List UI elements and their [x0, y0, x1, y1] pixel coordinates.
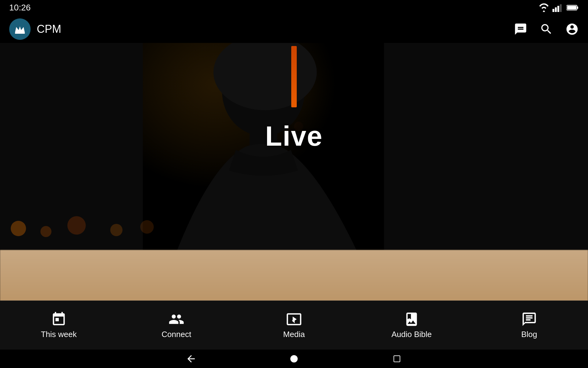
hero-banner[interactable]: Live [0, 43, 588, 250]
account-icon[interactable] [565, 22, 579, 36]
status-bar: 10:26 [0, 0, 588, 15]
nav-label-connect: Connect [162, 330, 191, 339]
svg-rect-5 [577, 6, 578, 9]
svg-rect-0 [552, 9, 554, 12]
bokeh-lights [0, 210, 184, 241]
chat-icon[interactable] [514, 22, 527, 36]
signal-icon [552, 3, 564, 12]
app-bar-left: CPM [9, 18, 61, 40]
svg-point-12 [11, 221, 26, 236]
media-icon [286, 311, 302, 327]
app-title: CPM [37, 23, 61, 36]
system-nav [0, 350, 588, 368]
status-icons [538, 3, 579, 12]
home-circle [290, 355, 298, 362]
nav-label-audio-bible: Audio Bible [391, 330, 432, 339]
nav-item-blog[interactable]: Blog [502, 311, 557, 339]
calendar-icon [51, 311, 67, 327]
svg-point-16 [140, 220, 154, 234]
nav-item-this-week[interactable]: This week [31, 311, 86, 339]
bottom-nav: This week Connect Media Audio Bible Blog [0, 301, 588, 350]
nav-item-media[interactable]: Media [266, 311, 322, 339]
svg-point-14 [67, 216, 86, 235]
status-time: 10:26 [9, 3, 31, 13]
svg-rect-6 [567, 6, 576, 10]
blog-icon [521, 311, 537, 327]
search-icon[interactable] [540, 22, 553, 36]
crown-icon [14, 23, 26, 35]
wifi-icon [538, 3, 549, 12]
main-content: Live [0, 43, 588, 319]
nav-item-connect[interactable]: Connect [149, 311, 204, 339]
nav-item-audio-bible[interactable]: Audio Bible [384, 311, 439, 339]
live-label: Live [265, 120, 323, 152]
svg-rect-2 [557, 6, 559, 12]
app-logo[interactable] [9, 18, 31, 40]
connect-icon [168, 311, 184, 327]
nav-label-this-week: This week [41, 330, 77, 339]
app-bar: CPM [0, 15, 588, 43]
recents-square [394, 355, 400, 362]
svg-rect-3 [560, 4, 562, 12]
nav-label-media: Media [283, 330, 305, 339]
recents-button[interactable] [391, 353, 402, 364]
svg-rect-1 [555, 7, 557, 12]
nav-label-blog: Blog [521, 330, 537, 339]
audio-bible-icon [404, 311, 420, 327]
orange-bar-accent [291, 46, 297, 107]
battery-icon [567, 3, 579, 12]
svg-point-15 [110, 224, 123, 236]
back-button[interactable] [186, 353, 197, 364]
svg-rect-7 [15, 33, 25, 34]
app-bar-actions [514, 22, 579, 36]
svg-point-13 [40, 226, 51, 237]
home-button[interactable] [288, 353, 300, 364]
